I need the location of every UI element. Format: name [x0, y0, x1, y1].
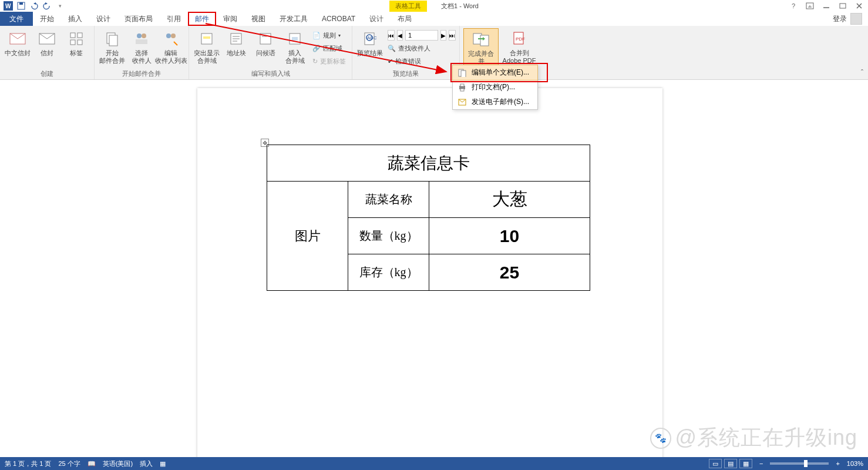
table-stock-value[interactable]: 25: [429, 254, 590, 291]
edit-list-icon: [162, 29, 180, 48]
update-labels-button: ↻更新标签: [312, 55, 346, 67]
record-number-input[interactable]: [405, 30, 438, 41]
tab-file[interactable]: 文件: [0, 12, 33, 26]
view-buttons: ▭ ▤ ▦: [709, 459, 752, 468]
status-page[interactable]: 第 1 页，共 1 页: [5, 459, 51, 468]
view-read-icon[interactable]: ▭: [709, 459, 722, 468]
tab-mailings[interactable]: 邮件: [188, 12, 216, 26]
table-title-cell[interactable]: 蔬菜信息卡: [267, 145, 590, 182]
svg-rect-41: [460, 89, 464, 91]
tab-table-layout[interactable]: 布局: [391, 12, 419, 26]
svg-rect-21: [203, 36, 210, 39]
select-recipients-button[interactable]: 选择 收件人: [127, 28, 156, 66]
tab-home[interactable]: 开始: [33, 12, 61, 26]
svg-rect-40: [460, 84, 464, 86]
tab-review[interactable]: 审阅: [216, 12, 244, 26]
table-name-label[interactable]: 蔬菜名称: [348, 182, 429, 218]
check-errors-button[interactable]: ✔检查错误: [388, 55, 453, 67]
merge-to-pdf-button[interactable]: PDF 合并到 Adobe PDF: [500, 28, 539, 66]
prev-record-button[interactable]: ◀: [397, 30, 403, 41]
next-record-button[interactable]: ▶: [440, 30, 446, 41]
table-qty-label[interactable]: 数量（kg）: [348, 218, 429, 254]
group-create: 中文信封 信封 标签 创建: [0, 26, 95, 79]
status-insert-mode[interactable]: 插入: [140, 459, 153, 468]
edit-doc-icon: [457, 68, 467, 78]
redo-icon[interactable]: [42, 1, 52, 11]
zoom-out-button[interactable]: −: [759, 460, 763, 467]
tab-insert[interactable]: 插入: [61, 12, 89, 26]
dropdown-edit-documents[interactable]: 编辑单个文档(E)...: [453, 65, 537, 80]
view-web-icon[interactable]: ▦: [739, 459, 752, 468]
dropdown-email[interactable]: 发送电子邮件(S)...: [453, 95, 537, 109]
minimize-icon[interactable]: [821, 1, 832, 11]
group-preview: ABC 预览结果 ⏮ ◀ ▶ ⏭ 🔍查找收件人 ✔检查错误 预览结果: [352, 26, 460, 79]
save-icon[interactable]: [16, 1, 26, 11]
svg-text:PDF: PDF: [516, 36, 525, 42]
highlight-fields-button[interactable]: 突出显示 合并域: [193, 28, 221, 66]
svg-rect-17: [136, 39, 147, 44]
maximize-icon[interactable]: [837, 1, 848, 11]
info-card-table[interactable]: 蔬菜信息卡 图片 蔬菜名称 大葱 数量（kg） 10 库存（kg） 25: [267, 145, 590, 291]
ribbon-options-icon[interactable]: [805, 1, 815, 11]
first-record-button[interactable]: ⏮: [388, 30, 395, 41]
table-qty-value[interactable]: 10: [429, 218, 590, 254]
find-recipient-button[interactable]: 🔍查找收件人: [388, 42, 453, 54]
address-block-button[interactable]: 地址块: [222, 28, 250, 58]
group-start-merge: 开始 邮件合并 选择 收件人 编辑 收件人列表 开始邮件合并: [95, 26, 189, 79]
greeting-line-button[interactable]: 问候语: [251, 28, 280, 58]
rules-button[interactable]: 📄规则▾: [312, 29, 346, 41]
insert-field-button[interactable]: 插入 合并域: [281, 28, 309, 66]
envelope-button[interactable]: 信封: [33, 28, 61, 58]
tab-design[interactable]: 设计: [89, 12, 117, 26]
group-write-label: 编写和插入域: [193, 68, 348, 78]
tab-developer[interactable]: 开发工具: [272, 12, 315, 26]
svg-point-19: [171, 33, 176, 38]
greeting-icon: [256, 29, 275, 48]
print-icon: [457, 83, 467, 92]
cn-envelope-button[interactable]: 中文信封: [4, 28, 32, 58]
svg-point-15: [137, 33, 142, 38]
start-merge-button[interactable]: 开始 邮件合并: [98, 28, 126, 66]
zoom-slider[interactable]: [770, 462, 829, 465]
status-bar: 第 1 页，共 1 页 25 个字 📖 英语(美国) 插入 ▦ ▭ ▤ ▦ − …: [0, 457, 868, 470]
table-stock-label[interactable]: 库存（kg）: [348, 254, 429, 291]
view-print-icon[interactable]: ▤: [724, 459, 737, 468]
help-icon[interactable]: ?: [788, 1, 799, 11]
svg-rect-10: [78, 33, 82, 38]
status-macro-icon[interactable]: ▦: [160, 460, 166, 468]
document-title: 文档1 - Word: [441, 2, 479, 11]
insert-field-icon: [285, 29, 304, 48]
tab-table-design[interactable]: 设计: [362, 12, 391, 26]
edit-recipients-button[interactable]: 编辑 收件人列表: [157, 28, 185, 66]
qat-customize-icon[interactable]: ▾: [55, 1, 65, 11]
page: ✥ 蔬菜信息卡 图片 蔬菜名称 大葱 数量（kg） 10 库存（kg） 25: [197, 88, 662, 457]
tab-page-layout[interactable]: 页面布局: [117, 12, 160, 26]
login-label: 登录: [833, 14, 847, 24]
preview-results-button[interactable]: ABC 预览结果: [356, 28, 384, 58]
table-name-value[interactable]: 大葱: [429, 182, 590, 218]
collapse-ribbon-icon[interactable]: ˆ: [861, 69, 863, 77]
tab-references[interactable]: 引用: [160, 12, 188, 26]
status-words[interactable]: 25 个字: [58, 459, 80, 468]
labels-button[interactable]: 标签: [62, 28, 90, 58]
status-spell-icon[interactable]: 📖: [88, 460, 96, 468]
tab-view[interactable]: 视图: [244, 12, 272, 26]
login-area[interactable]: 登录: [833, 12, 868, 26]
table-image-cell[interactable]: 图片: [267, 182, 348, 291]
match-fields-button[interactable]: 🔗匹配域: [312, 42, 346, 54]
zoom-in-button[interactable]: +: [836, 460, 839, 467]
document-area[interactable]: ✥ 蔬菜信息卡 图片 蔬菜名称 大葱 数量（kg） 10 库存（kg） 25: [0, 80, 868, 457]
zoom-level[interactable]: 103%: [847, 460, 863, 467]
last-record-button[interactable]: ⏭: [449, 30, 456, 41]
envelope-cn-icon: [8, 29, 27, 48]
tab-acrobat[interactable]: ACROBAT: [315, 12, 362, 26]
close-icon[interactable]: [854, 1, 864, 11]
dropdown-print[interactable]: 打印文档(P)...: [453, 80, 537, 95]
group-create-label: 创建: [4, 68, 90, 78]
svg-point-16: [142, 33, 146, 38]
svg-rect-34: [480, 35, 489, 46]
svg-rect-12: [78, 40, 82, 45]
undo-icon[interactable]: [29, 1, 39, 11]
envelope-icon: [38, 29, 56, 48]
status-language[interactable]: 英语(美国): [103, 459, 133, 468]
